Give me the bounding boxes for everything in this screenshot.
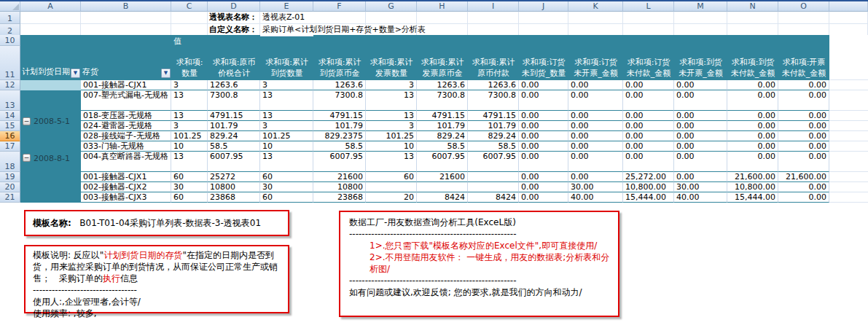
- cell-invoice-qty[interactable]: 13: [366, 152, 417, 172]
- cell-qty[interactable]: 60: [171, 192, 208, 203]
- cell-ordered-not-paid[interactable]: 25,272.00: [623, 172, 674, 182]
- cell-arrived-not-paid[interactable]: 10,800.00: [727, 182, 778, 192]
- cell-invoice-amount[interactable]: 58.5: [417, 141, 468, 152]
- cell[interactable]: [829, 121, 868, 131]
- cell-qty[interactable]: 13: [171, 152, 208, 172]
- cell-arrived-qty[interactable]: 101.25: [260, 131, 313, 141]
- collapse-icon[interactable]: −: [23, 154, 31, 162]
- cell[interactable]: [623, 12, 674, 24]
- cell[interactable]: [727, 12, 778, 24]
- cell[interactable]: [20, 12, 81, 24]
- cell-arrived-not-invoiced[interactable]: 40.00: [674, 192, 727, 203]
- cell-ordered-not-paid[interactable]: 0.00: [623, 111, 674, 121]
- cell-arrived-amount[interactable]: 1263.6: [313, 80, 366, 90]
- cell-invoice-amount[interactable]: 21600: [417, 172, 468, 182]
- cell-paid-amount[interactable]: 829.24: [468, 131, 519, 141]
- cell[interactable]: [519, 12, 568, 24]
- value-column-header[interactable]: 求和项:到货 未付款_金额: [727, 57, 778, 80]
- cell-ordered-not-paid[interactable]: 0.00: [623, 131, 674, 141]
- cell-invoice-amount[interactable]: 8424: [417, 192, 468, 203]
- group-date-label[interactable]: 2008-5-1: [34, 117, 70, 126]
- row-number[interactable]: 20: [0, 182, 20, 192]
- cell-invoice-amount[interactable]: 829.24: [417, 131, 468, 141]
- cell[interactable]: [829, 192, 868, 203]
- stock-item-cell[interactable]: 007-塑壳式漏电-无规格: [81, 90, 171, 111]
- cell-tax-total[interactable]: 23868: [208, 192, 260, 203]
- filter-dropdown-icon[interactable]: ▼: [71, 69, 80, 78]
- cell-arrived-not-paid[interactable]: 15,444.00: [727, 192, 778, 203]
- cell-arrived-amount[interactable]: 101.79: [313, 121, 366, 131]
- cell-invoiced-not-paid[interactable]: 0.00: [778, 111, 829, 121]
- cell-invoice-amount[interactable]: 6007.95: [417, 152, 468, 172]
- cell-ordered-not-arrived[interactable]: 0.00: [519, 131, 568, 141]
- cell-arrived-qty[interactable]: 60: [260, 192, 313, 203]
- cell-invoice-amount[interactable]: 4791.15: [417, 111, 468, 121]
- group-date-label[interactable]: 2008-8-1: [34, 154, 70, 163]
- cell-tax-total[interactable]: 25272: [208, 172, 260, 182]
- cell-arrived-qty[interactable]: 3: [260, 121, 313, 131]
- row-number[interactable]: 17: [0, 141, 20, 152]
- cell-ordered-not-paid[interactable]: 10,800.00: [623, 182, 674, 192]
- cell-invoiced-not-paid[interactable]: 0.00: [778, 90, 829, 111]
- row-number[interactable]: 21: [0, 192, 20, 203]
- cell-paid-amount[interactable]: 6007.95: [468, 152, 519, 172]
- cell-ordered-not-paid[interactable]: 0.00: [623, 141, 674, 152]
- value-column-header[interactable]: 求和项:累计 发票数量: [366, 57, 417, 80]
- cell-invoiced-not-paid[interactable]: 0.00: [778, 131, 829, 141]
- cell-qty[interactable]: 3: [171, 121, 208, 131]
- value-column-header[interactable]: 求和项:累计 发票原币金: [417, 57, 468, 80]
- cell-invoiced-not-paid[interactable]: 0.00: [778, 121, 829, 131]
- cell-arrived-not-invoiced[interactable]: 0.00: [674, 121, 727, 131]
- cell[interactable]: [829, 172, 868, 182]
- cell-tax-total[interactable]: 6007.95: [208, 152, 260, 172]
- cell-ordered-not-arrived[interactable]: 0.00: [519, 172, 568, 182]
- cell-ordered-not-arrived[interactable]: 0.00: [519, 90, 568, 111]
- cell-invoiced-not-paid[interactable]: 0.00: [778, 141, 829, 152]
- cell-paid-amount[interactable]: 7300.8: [468, 90, 519, 111]
- cell-paid-amount[interactable]: 101.79: [468, 121, 519, 131]
- cell-invoice-amount[interactable]: 101.79: [417, 121, 468, 131]
- cell[interactable]: [313, 12, 366, 24]
- cell-tax-total[interactable]: 10800: [208, 182, 260, 192]
- value-column-header[interactable]: 求和项:累计 原币付款: [468, 57, 519, 80]
- cell-ordered-not-paid[interactable]: 0.00: [623, 152, 674, 172]
- pivot-field-date[interactable]: 计划到货日期 ▼: [20, 35, 81, 80]
- cell-arrived-amount[interactable]: 10800: [313, 182, 366, 192]
- cell-qty[interactable]: 10: [171, 141, 208, 152]
- cell-arrived-not-invoiced[interactable]: 0.00: [674, 111, 727, 121]
- cell[interactable]: [829, 12, 868, 24]
- value-column-header[interactable]: 求和项:累计 到货原币金: [313, 57, 366, 80]
- custom-name-value-cell[interactable]: 采购订单<计划到货日期+存货+数量>分析表: [260, 24, 313, 36]
- cell-qty[interactable]: 101.25: [171, 131, 208, 141]
- cell-arrived-qty[interactable]: 10: [260, 141, 313, 152]
- cell-arrived-not-invoiced[interactable]: 0.00: [674, 131, 727, 141]
- cell-arrived-not-invoiced[interactable]: 0.00: [674, 80, 727, 90]
- cell-arrived-amount[interactable]: 23868: [313, 192, 366, 203]
- row-number[interactable]: 1: [0, 12, 20, 24]
- value-column-header[interactable]: 求和项:订货 未到货_数量: [519, 57, 568, 80]
- cell-invoice-qty[interactable]: [366, 182, 417, 192]
- cell-arrived-not-invoiced[interactable]: 0.00: [674, 141, 727, 152]
- cell-invoiced-not-paid[interactable]: 21,600.00: [778, 172, 829, 182]
- cell-arrived-amount[interactable]: 58.5: [313, 141, 366, 152]
- cell-arrived-qty[interactable]: 30: [260, 182, 313, 192]
- cell-arrived-not-invoiced[interactable]: 30.00: [674, 182, 727, 192]
- row-number[interactable]: 18: [0, 152, 20, 172]
- cell-qty[interactable]: 60: [171, 172, 208, 182]
- cell-arrived-not-invoiced[interactable]: 0.00: [674, 152, 727, 172]
- cell-invoice-qty[interactable]: 10: [366, 141, 417, 152]
- value-column-header[interactable]: 求和项:原币 价税合计: [208, 57, 260, 80]
- stock-item-cell[interactable]: 004-真空断路器-无规格: [81, 152, 171, 172]
- row-number[interactable]: 11: [0, 46, 20, 80]
- cell-arrived-not-paid[interactable]: 0.00: [727, 121, 778, 131]
- value-column-header[interactable]: 求和项:订货 未开票_金额: [568, 57, 623, 80]
- cell-tax-total[interactable]: 4791.15: [208, 111, 260, 121]
- cell-invoice-qty[interactable]: 13: [366, 90, 417, 111]
- collapse-icon[interactable]: −: [23, 117, 31, 125]
- cell[interactable]: [829, 111, 868, 121]
- cell-arrived-not-paid[interactable]: 0.00: [727, 141, 778, 152]
- cell-ordered-not-invoiced[interactable]: 0.00: [568, 131, 623, 141]
- cell[interactable]: [171, 12, 208, 24]
- cell[interactable]: [366, 12, 417, 24]
- stock-item-cell[interactable]: 018-变压器-无规格: [81, 111, 171, 121]
